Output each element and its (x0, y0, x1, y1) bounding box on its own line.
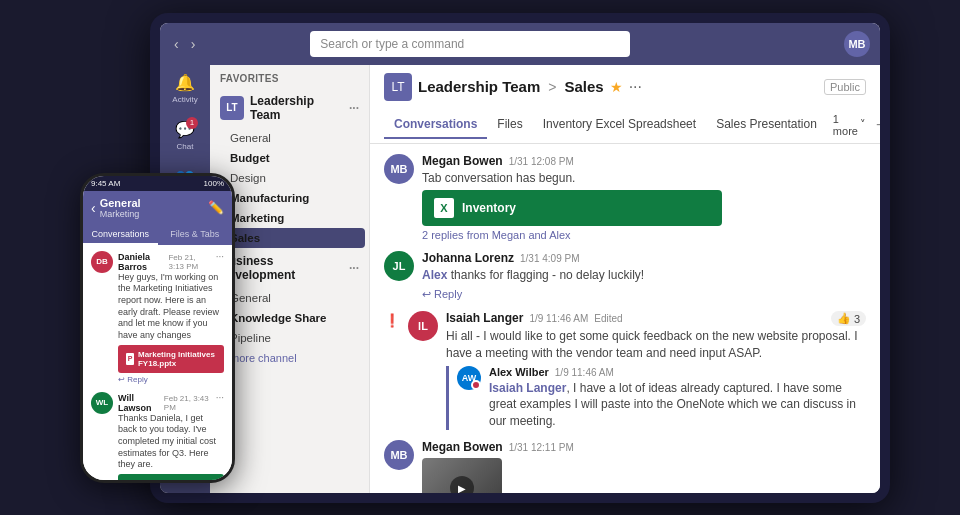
like-container: 👍 3 (831, 311, 866, 326)
phone-more-2[interactable]: ··· (216, 392, 224, 403)
channel-header: LT Leadership Team > Sales ★ ··· Public … (370, 65, 880, 144)
channel-tabs: Conversations Files Inventory Excel Spre… (384, 107, 866, 143)
msg-content-4: Megan Bowen 1/31 12:11 PM ▶ (422, 440, 866, 492)
reply-btn-2[interactable]: ↩ Reply (422, 288, 866, 301)
team-name: Leadership Team (250, 94, 343, 122)
team-icon: LT (220, 96, 244, 120)
phone-message-1: DB Daniela Barros Feb 21, 3:13 PM ··· He… (91, 251, 224, 384)
top-bar: ‹ › Search or type a command MB (160, 23, 880, 65)
forward-button[interactable]: › (187, 34, 200, 54)
bizdev-label: Business Development (220, 254, 343, 282)
back-button[interactable]: ‹ (170, 34, 183, 54)
channel-design[interactable]: Design (210, 168, 369, 188)
tab-conversations[interactable]: Conversations (384, 111, 487, 139)
sub-msg-time: 1/9 11:46 AM (555, 367, 614, 378)
chat-label: Chat (177, 142, 194, 151)
chevron-down-icon: ˅ (860, 118, 866, 131)
pptx-icon: P (126, 353, 134, 365)
favorites-label: Favorites (210, 65, 369, 88)
mention-alex: Alex (422, 268, 447, 282)
chat-icon: 💬 1 (175, 120, 195, 140)
phone-file-1[interactable]: P Marketing Initiatives FY18.pptx (118, 345, 224, 373)
msg-time-3: 1/9 11:46 AM (529, 313, 588, 324)
msg-author-2: Johanna Lorenz (422, 251, 514, 265)
avatar-johanna: JL (384, 251, 414, 281)
priority-icon: ❗ (384, 313, 400, 328)
image-preview[interactable]: ▶ (422, 458, 502, 492)
phone-status-bar: 9:45 AM 100% (83, 176, 232, 191)
avatar-megan-2: MB (384, 440, 414, 470)
msg-content-2: Johanna Lorenz 1/31 4:09 PM Alex thanks … (422, 251, 866, 301)
channel-budget[interactable]: Budget (210, 148, 369, 168)
phone-avatar-2: WL (91, 392, 113, 414)
excel-icon: X (434, 198, 454, 218)
team-item-leadership[interactable]: LT Leadership Team ··· (210, 88, 369, 128)
phone-text-1: Hey guys, I'm working on the Marketing I… (118, 272, 224, 342)
phone-avatar-1: DB (91, 251, 113, 273)
phone-text-2: Thanks Daniela, I get back to you today.… (118, 413, 224, 471)
user-avatar[interactable]: MB (844, 31, 870, 57)
phone-reply-1[interactable]: ↩ Reply (118, 375, 224, 384)
channel-general[interactable]: General (210, 128, 369, 148)
msg-header-4: Megan Bowen 1/31 12:11 PM (422, 440, 866, 454)
play-button[interactable]: ▶ (450, 476, 474, 492)
main-area: LT Leadership Team > Sales ★ ··· Public … (370, 65, 880, 493)
sub-msg-text: Isaiah Langer, I have a lot of ideas alr… (489, 380, 866, 430)
channel-sales[interactable]: Sales (214, 228, 365, 248)
msg-text-1: Tab conversation has begun. (422, 170, 866, 187)
msg-text-2: Alex thanks for flagging - no delay luck… (422, 267, 866, 284)
search-bar[interactable]: Search or type a command (310, 31, 630, 57)
msg-header-1: Megan Bowen 1/31 12:08 PM (422, 154, 866, 168)
channel-header-top: LT Leadership Team > Sales ★ ··· Public (384, 73, 866, 101)
tab-files[interactable]: Files (487, 111, 532, 139)
tab-add-btn[interactable]: + (872, 110, 880, 140)
phone-tab-files[interactable]: Files & Tabs (158, 225, 233, 245)
phone-more-1[interactable]: ··· (216, 251, 224, 262)
replies-text[interactable]: 2 replies from Megan and Alex (422, 229, 866, 241)
sidebar-item-chat[interactable]: 💬 1 Chat (175, 120, 195, 151)
chat-badge: 1 (186, 117, 198, 129)
channel-name: Sales (564, 78, 603, 95)
channel-separator: > (548, 79, 556, 95)
excel-label: Inventory (462, 201, 516, 215)
online-dot (471, 380, 481, 390)
phone-author-1: Daniela Barros (118, 252, 165, 272)
tab-sales-presentation[interactable]: Sales Presentation (706, 111, 827, 139)
phone-author-2: Will Lawson (118, 393, 161, 413)
message-4: MB Megan Bowen 1/31 12:11 PM ▶ (384, 440, 866, 492)
messages-area: MB Megan Bowen 1/31 12:08 PM Tab convers… (370, 144, 880, 493)
alex-reply-block: AW Alex Wilber 1/9 11:46 AM (446, 366, 866, 430)
phone-tabs: Conversations Files & Tabs (83, 225, 232, 245)
phone-file-2[interactable]: X FY10Q3 Expenses.xlsx (118, 474, 224, 479)
msg-time-2: 1/31 4:09 PM (520, 253, 579, 264)
like-badge[interactable]: 👍 3 (831, 311, 866, 326)
avatar-megan-1: MB (384, 154, 414, 184)
sub-msg-author: Alex Wilber (489, 366, 549, 378)
team-more-btn[interactable]: ··· (349, 101, 359, 115)
phone-team-subtitle: Marketing (100, 209, 204, 219)
top-bar-right: MB (844, 31, 870, 57)
msg-content-3: Isaiah Langer 1/9 11:46 AM Edited 👍 3 Hi… (446, 311, 866, 430)
phone-header: ‹ General Marketing ✏️ (83, 191, 232, 225)
channel-more-btn[interactable]: ··· (629, 78, 642, 96)
msg-time-1: 1/31 12:08 PM (509, 156, 574, 167)
phone-tab-conversations[interactable]: Conversations (83, 225, 158, 245)
tablet-inner: ‹ › Search or type a command MB 🔔 Activi… (160, 23, 880, 493)
bizdev-more-btn[interactable]: ··· (349, 261, 359, 275)
phone-msg-content-1: Daniela Barros Feb 21, 3:13 PM ··· Hey g… (118, 251, 224, 384)
phone-compose-icon[interactable]: ✏️ (208, 200, 224, 215)
nav-arrows: ‹ › (170, 34, 199, 54)
star-icon[interactable]: ★ (610, 79, 623, 95)
phone-time-2: Feb 21, 3:43 PM (164, 394, 213, 412)
msg-text-3: Hi all - I would like to get some quick … (446, 328, 866, 362)
excel-attachment[interactable]: X Inventory (422, 190, 722, 226)
tab-inventory[interactable]: Inventory Excel Spreadsheet (533, 111, 706, 139)
sidebar-item-activity[interactable]: 🔔 Activity (172, 73, 197, 104)
msg-header-3: Isaiah Langer 1/9 11:46 AM Edited 👍 3 (446, 311, 866, 326)
back-icon[interactable]: ‹ (91, 200, 96, 216)
search-placeholder: Search or type a command (320, 37, 464, 51)
tab-more[interactable]: 1 more ˅ (827, 107, 872, 143)
avatar-isaiah: IL (408, 311, 438, 341)
msg-author-1: Megan Bowen (422, 154, 503, 168)
phone-messages-area: DB Daniela Barros Feb 21, 3:13 PM ··· He… (83, 245, 232, 480)
